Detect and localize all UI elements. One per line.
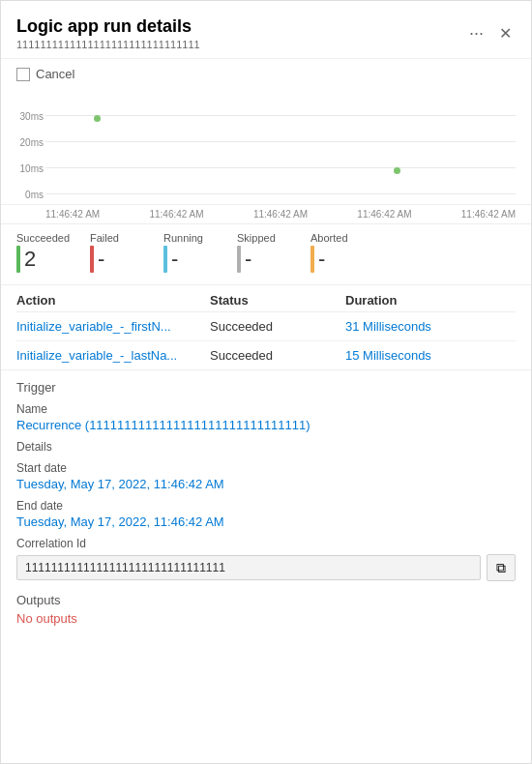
stat-bar-failed bbox=[90, 246, 94, 273]
chart-gridline-10ms bbox=[45, 167, 516, 168]
stat-value-row-failed: - bbox=[90, 246, 104, 273]
table-row[interactable]: Initialize_variable_-_lastNa... Succeede… bbox=[16, 341, 516, 369]
cancel-label: Cancel bbox=[36, 67, 74, 81]
panel-subtitle: 1111111111111111111111111111111 bbox=[16, 39, 200, 50]
close-button[interactable]: ✕ bbox=[495, 20, 516, 46]
more-options-icon[interactable]: ··· bbox=[469, 23, 484, 44]
col-header-duration: Duration bbox=[345, 293, 516, 308]
correlation-id-label: Correlation Id bbox=[16, 537, 516, 550]
chart-dot-1 bbox=[94, 115, 101, 122]
trigger-section-label: Trigger bbox=[16, 380, 516, 395]
trigger-start-date-value: Tuesday, May 17, 2022, 11:46:42 AM bbox=[16, 477, 516, 491]
table-row[interactable]: Initialize_variable_-_firstN... Succeede… bbox=[16, 312, 516, 341]
copy-icon: ⧉ bbox=[496, 560, 506, 576]
chart-inner: 30ms 20ms 10ms 0ms bbox=[16, 89, 516, 204]
trigger-end-date-label: End date bbox=[16, 499, 516, 513]
stat-number-skipped: - bbox=[245, 247, 251, 272]
actions-table: Action Status Duration Initialize_variab… bbox=[1, 285, 531, 370]
stat-skipped: Skipped - bbox=[237, 232, 295, 273]
correlation-row: ⧉ bbox=[16, 554, 516, 581]
row2-action: Initialize_variable_-_lastNa... bbox=[16, 348, 210, 363]
stat-label-running: Running bbox=[163, 232, 203, 244]
stat-number-succeeded: 2 bbox=[24, 247, 36, 272]
stat-value-row-running: - bbox=[163, 246, 178, 273]
stat-bar-running bbox=[163, 246, 167, 273]
stat-number-failed: - bbox=[98, 247, 104, 272]
col-header-action: Action bbox=[16, 293, 210, 308]
time-label-3: 11:46:42 AM bbox=[253, 209, 308, 220]
chart-label-30ms: 30ms bbox=[16, 111, 44, 122]
no-outputs-label: No outputs bbox=[16, 611, 516, 626]
stats-row: Succeeded 2 Failed - Running - Skipped bbox=[1, 224, 531, 285]
time-label-4: 11:46:42 AM bbox=[357, 209, 411, 220]
table-header: Action Status Duration bbox=[16, 285, 516, 312]
trigger-details-label: Details bbox=[16, 440, 516, 454]
chart-area: 30ms 20ms 10ms 0ms bbox=[1, 89, 531, 205]
chart-gridline-20ms bbox=[45, 141, 516, 142]
trigger-name-label: Name bbox=[16, 402, 516, 416]
stat-label-aborted: Aborted bbox=[310, 232, 348, 244]
row1-duration: 31 Milliseconds bbox=[345, 319, 516, 334]
copy-button[interactable]: ⧉ bbox=[487, 554, 516, 581]
chart-label-10ms: 10ms bbox=[16, 163, 44, 174]
stat-failed: Failed - bbox=[90, 232, 148, 273]
time-label-5: 11:46:42 AM bbox=[461, 209, 516, 220]
header-left: Logic app run details 111111111111111111… bbox=[16, 16, 200, 50]
cancel-section: Cancel bbox=[1, 59, 531, 89]
stat-label-succeeded: Succeeded bbox=[16, 232, 70, 244]
row2-status: Succeeded bbox=[210, 348, 345, 363]
panel-header: Logic app run details 111111111111111111… bbox=[1, 1, 531, 59]
stat-running: Running - bbox=[163, 232, 222, 273]
chart-label-20ms: 20ms bbox=[16, 137, 44, 148]
stat-aborted: Aborted - bbox=[310, 232, 369, 273]
col-header-status: Status bbox=[210, 293, 345, 308]
trigger-section: Trigger Name Recurrence (111111111111111… bbox=[1, 370, 531, 635]
stat-label-skipped: Skipped bbox=[237, 232, 276, 244]
correlation-id-input[interactable] bbox=[16, 555, 481, 580]
panel-title: Logic app run details bbox=[16, 16, 200, 37]
row1-action: Initialize_variable_-_firstN... bbox=[16, 319, 210, 334]
chart-label-0ms: 0ms bbox=[16, 190, 44, 200]
stat-bar-succeeded bbox=[16, 246, 20, 273]
cancel-checkbox[interactable] bbox=[16, 68, 30, 81]
stat-bar-aborted bbox=[310, 246, 314, 273]
stat-bar-skipped bbox=[237, 246, 241, 273]
stat-value-row-succeeded: 2 bbox=[16, 246, 36, 273]
time-label-1: 11:46:42 AM bbox=[45, 209, 100, 220]
stat-value-row-aborted: - bbox=[310, 246, 325, 273]
header-right: ··· ✕ bbox=[469, 20, 516, 46]
stat-number-running: - bbox=[171, 247, 178, 272]
chart-dot-2 bbox=[394, 167, 400, 174]
chart-gridline-30ms bbox=[45, 115, 516, 116]
row2-duration: 15 Milliseconds bbox=[345, 348, 516, 363]
logic-app-run-details-panel: Logic app run details 111111111111111111… bbox=[0, 0, 532, 764]
chart-gridline-0ms bbox=[45, 193, 516, 194]
time-label-2: 11:46:42 AM bbox=[149, 209, 203, 220]
trigger-end-date-value: Tuesday, May 17, 2022, 11:46:42 AM bbox=[16, 514, 516, 529]
trigger-name-value: Recurrence (1111111111111111111111111111… bbox=[16, 418, 516, 432]
row1-status: Succeeded bbox=[210, 319, 345, 334]
outputs-label: Outputs bbox=[16, 593, 516, 607]
stat-number-aborted: - bbox=[318, 247, 325, 272]
stat-label-failed: Failed bbox=[90, 232, 119, 244]
stat-succeeded: Succeeded 2 bbox=[16, 232, 74, 273]
time-axis: 11:46:42 AM 11:46:42 AM 11:46:42 AM 11:4… bbox=[1, 205, 531, 224]
stat-value-row-skipped: - bbox=[237, 246, 251, 273]
trigger-start-date-label: Start date bbox=[16, 461, 516, 475]
